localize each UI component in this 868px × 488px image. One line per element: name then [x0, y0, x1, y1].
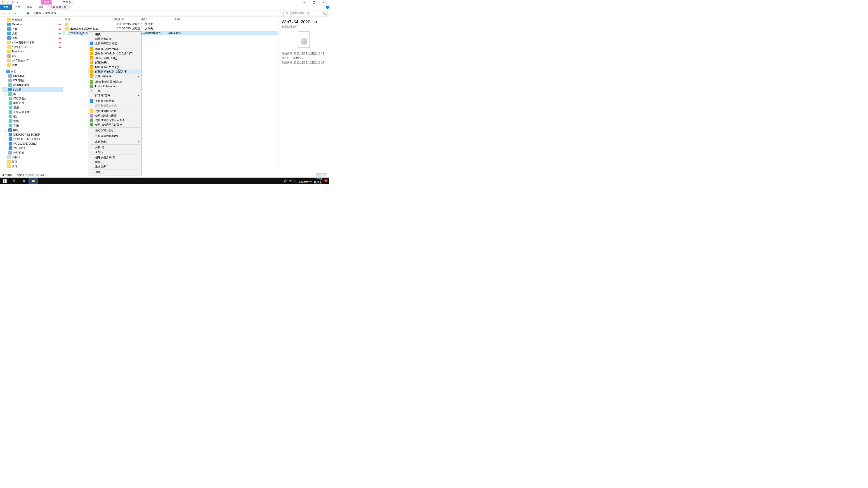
- nav-camera-roll[interactable]: 本机照片: [2, 101, 63, 105]
- qat-overflow-icon[interactable]: ▾: [20, 0, 24, 4]
- nav-docs-lib[interactable]: 文档: [2, 119, 63, 123]
- app-icon[interactable]: 📁: [1, 0, 5, 4]
- nav-recent-caret-icon[interactable]: ▾: [13, 11, 18, 16]
- nav-desktop-group[interactable]: ⌄桌面: [2, 69, 63, 74]
- nav-item-yunqishi[interactable]: YUNQISHI2019📌: [2, 45, 63, 49]
- context-menu-item[interactable]: 上传到有道云笔记: [88, 41, 141, 46]
- col-header-date[interactable]: 修改日期: [114, 18, 141, 21]
- nav-net3[interactable]: PC-20190530OBLA: [2, 141, 63, 146]
- col-header-name[interactable]: 名称: [65, 18, 114, 21]
- chevron-right-icon[interactable]: ›: [4, 75, 7, 77]
- ribbon-collapse-icon[interactable]: ˇ: [321, 5, 326, 9]
- context-menu-item[interactable]: 其他压缩命令▶: [88, 74, 141, 78]
- help-icon[interactable]: ?: [326, 6, 329, 9]
- maximize-button[interactable]: ▢: [309, 0, 318, 4]
- context-menu-item[interactable]: 上传到百度网盘: [88, 99, 141, 103]
- nav-saved-pics[interactable]: 保存的图片: [2, 96, 63, 101]
- nav-onedrive[interactable]: ›OneDrive: [2, 74, 63, 78]
- file-row[interactable]: 1 2020/12/15, 星期二 1... 文件夹: [63, 22, 278, 26]
- file-row[interactable]: BaiduNetdiskDownload 2020/12/25, 星期五 1..…: [63, 26, 278, 31]
- nav-net2[interactable]: DESKTOP-NJEU3CG: [2, 137, 63, 141]
- breadcrumb-thispc[interactable]: 此电脑: [33, 11, 41, 15]
- nav-ctrlpanel[interactable]: ›控制面板: [2, 151, 63, 155]
- context-menu-item[interactable]: Edit with Notepad++: [88, 84, 141, 89]
- context-menu-item[interactable]: 添加到 "Win7x64_2020.zip" (T): [88, 51, 141, 56]
- context-menu-item[interactable]: 属性(R): [88, 170, 141, 174]
- ribbon-tab-disc-tools[interactable]: 光盘映像工具: [47, 4, 70, 10]
- context-menu-item[interactable]: 使用 360解除占用: [88, 109, 141, 113]
- address-dropdown-icon[interactable]: ⌄: [280, 12, 282, 14]
- nav-net4[interactable]: ZMT2019: [2, 146, 63, 151]
- nav-thispc[interactable]: ›此电脑: [2, 87, 63, 92]
- context-menu-item[interactable]: 发送到(N)▶: [88, 139, 141, 144]
- taskbar-clock[interactable]: 16:32 2020/12/25, 星期五: [299, 178, 322, 184]
- context-menu-item[interactable]: 装载: [88, 32, 141, 37]
- context-menu-item[interactable]: 还原以前的版本(V): [88, 134, 141, 138]
- context-menu-item[interactable]: 用360压缩打开(Q): [88, 56, 141, 60]
- chevron-right-icon[interactable]: ›: [42, 12, 44, 15]
- ribbon-tab-file[interactable]: 文件: [0, 4, 12, 10]
- close-button[interactable]: ✕: [319, 0, 328, 4]
- nav-tianyi[interactable]: 天翼云盘下载: [2, 110, 63, 114]
- context-menu-item[interactable]: 打开方式(H)▶: [88, 93, 141, 98]
- context-menu-item[interactable]: 使用 360进行木马云查杀: [88, 118, 141, 123]
- nav-back-button[interactable]: ←: [1, 11, 6, 16]
- chevron-down-icon[interactable]: ⌄: [2, 70, 5, 72]
- chevron-down-icon[interactable]: ⌄: [4, 93, 7, 95]
- nav-recycle[interactable]: 回收站: [2, 155, 63, 160]
- taskbar-explorer-button[interactable]: 📁: [29, 177, 38, 184]
- ribbon-tab-share[interactable]: 共享: [24, 4, 35, 10]
- view-large-icons-button[interactable]: [322, 173, 327, 177]
- chevron-right-icon[interactable]: ›: [31, 12, 33, 15]
- ribbon-tab-home[interactable]: 主页: [12, 4, 24, 10]
- breadcrumb-drive[interactable]: 文档 (E:): [45, 11, 56, 15]
- nav-item-pictures[interactable]: 图片📌: [2, 36, 63, 40]
- nav-net1[interactable]: DESKTOP-LSSOEDP: [2, 132, 63, 137]
- context-menu-item[interactable]: 解压到当前文件夹(X): [88, 65, 141, 69]
- nav-admin[interactable]: ›Administrator: [2, 83, 63, 87]
- search-input[interactable]: 搜索"文档 (E:)" 🔍: [290, 11, 328, 16]
- address-bar[interactable]: 💻 › 此电脑 › 文档 (E:) › ⌄: [25, 11, 284, 16]
- chevron-right-icon[interactable]: ›: [57, 12, 59, 15]
- start-button[interactable]: [0, 177, 9, 184]
- nav-files[interactable]: 文件: [2, 164, 63, 168]
- refresh-button[interactable]: ⟳: [285, 12, 289, 15]
- search-icon[interactable]: 🔍: [323, 12, 326, 15]
- nav-item-bandicam[interactable]: Bandicam: [2, 49, 63, 54]
- chevron-right-icon[interactable]: ›: [4, 79, 7, 82]
- chevron-right-icon[interactable]: ›: [4, 152, 7, 154]
- chevron-right-icon[interactable]: ›: [4, 84, 7, 86]
- action-center-button[interactable]: 💬3: [324, 180, 328, 183]
- taskbar-search-button[interactable]: 🔍: [9, 177, 19, 184]
- nav-libraries[interactable]: ⌄库: [2, 92, 63, 96]
- context-menu-item[interactable]: 刻录光盘映像: [88, 37, 141, 41]
- tray-overflow-icon[interactable]: ˄: [280, 180, 281, 183]
- context-menu-item[interactable]: 重命名(M): [88, 164, 141, 169]
- nav-pics-lib[interactable]: 图片: [2, 114, 63, 119]
- chevron-down-icon[interactable]: ⌄: [3, 19, 6, 21]
- ribbon-tab-view[interactable]: 查看: [35, 4, 47, 10]
- tray-flag-icon[interactable]: ⚐: [294, 180, 297, 183]
- qat-close-icon[interactable]: ✕: [11, 0, 15, 4]
- view-details-button[interactable]: [316, 173, 321, 177]
- nav-videos[interactable]: 视频: [2, 105, 63, 110]
- nav-item-pictures2[interactable]: 图片: [2, 63, 63, 67]
- nav-item-excel[interactable]: excel表格制作求和📌: [2, 40, 63, 45]
- nav-item-desktop[interactable]: Desktop📌: [2, 22, 63, 27]
- nav-forward-button[interactable]: →: [7, 11, 12, 16]
- context-menu-item[interactable]: 解压到 Win7x64_2020\ (E): [88, 69, 141, 74]
- context-menu-item[interactable]: 添加到压缩文件(A)...: [88, 47, 141, 51]
- minimize-button[interactable]: ─: [300, 0, 309, 4]
- context-menu-item[interactable]: 用 蜂蜜浏览器 浏览(3): [88, 79, 141, 84]
- qat-dropdown-icon[interactable]: ▾: [16, 0, 20, 4]
- nav-software[interactable]: 软件: [2, 160, 63, 164]
- nav-network[interactable]: ⌄网络: [2, 128, 63, 132]
- context-menu-item[interactable]: 剪切(T): [88, 145, 141, 150]
- context-menu-item[interactable]: ↗共享: [88, 89, 141, 93]
- nav-up-button[interactable]: ↑: [19, 11, 24, 16]
- nav-item-gdrive[interactable]: G:\: [2, 54, 63, 58]
- context-menu-item[interactable]: 通过QQ发送到: [88, 128, 141, 133]
- chevron-down-icon[interactable]: ⌄: [4, 129, 7, 131]
- col-header-size[interactable]: 大小: [164, 18, 180, 21]
- volume-icon[interactable]: 🔊: [283, 180, 287, 183]
